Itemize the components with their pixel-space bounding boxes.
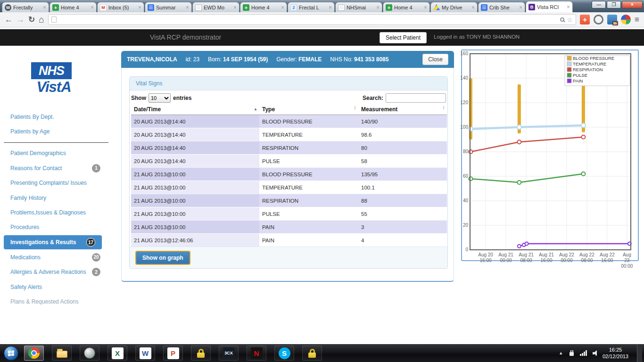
sidebar-item[interactable]: Family History xyxy=(0,190,120,205)
close-patient-button[interactable]: Close xyxy=(422,54,448,65)
home-button[interactable]: ⌂ xyxy=(39,15,44,24)
search-input[interactable] xyxy=(386,93,446,103)
back-button[interactable]: ← xyxy=(5,16,13,24)
table-row[interactable]: 20 AUG 2013@14:40BLOOD PRESSURE140/90 xyxy=(131,115,447,128)
page-size-select[interactable]: 10 xyxy=(149,93,171,103)
sidebar-item[interactable]: Patients By Dept. xyxy=(0,109,120,124)
browser-tab[interactable]: EWD Mo× xyxy=(192,2,239,12)
taskbar-app-padlock-icon[interactable] xyxy=(191,346,211,361)
show-on-graph-button[interactable]: Show on graph xyxy=(135,251,190,265)
tab-close-icon[interactable]: × xyxy=(567,5,570,9)
browser-tab[interactable]: Summar× xyxy=(145,2,192,12)
patient-name: TREVENA,NICOLA xyxy=(127,56,177,63)
vista-b-icon: B xyxy=(528,4,535,10)
table-cell: 21 AUG 2013@10:00 xyxy=(131,194,259,207)
hidden-icons-arrow-icon[interactable]: ▲ xyxy=(559,351,563,355)
close-window-button[interactable]: × xyxy=(622,1,643,8)
taskbar-app-chrome-icon[interactable] xyxy=(24,346,44,361)
taskbar-app-explorer-folder-icon[interactable] xyxy=(52,346,72,361)
taskbar-app-3cx-icon[interactable]: 3CX xyxy=(219,346,239,361)
tab-close-icon[interactable]: × xyxy=(329,5,332,10)
sidebar-item[interactable]: Problems,Issues & Diagnoses xyxy=(0,205,120,220)
tab-close-icon[interactable]: × xyxy=(138,5,141,10)
table-cell: 20 AUG 2013@14:40 xyxy=(131,141,259,155)
browser-tab[interactable]: 2Frectal L× xyxy=(288,2,335,12)
restore-button[interactable]: ❐ xyxy=(607,1,621,8)
browser-tab[interactable]: +Home 4× xyxy=(50,2,97,12)
table-row[interactable]: 21 AUG 2013@12:46:06PAIN4 xyxy=(131,234,447,247)
tab-label: Frectal L xyxy=(299,5,328,10)
minimize-button[interactable]: — xyxy=(592,1,606,8)
table-cell: 21 AUG 2013@10:00 xyxy=(131,207,259,221)
browser-tab[interactable]: WFrectally× xyxy=(2,2,49,12)
tab-close-icon[interactable]: × xyxy=(233,5,237,10)
browser-tab[interactable]: Crib She× xyxy=(478,2,525,12)
search-icon[interactable] xyxy=(560,17,564,22)
browser-tab[interactable]: +Home 4× xyxy=(383,2,430,12)
sidebar-item[interactable]: Medications20 xyxy=(0,250,120,264)
tab-close-icon[interactable]: × xyxy=(424,5,427,10)
column-header[interactable]: Date/Time▲ xyxy=(131,104,259,115)
volume-icon[interactable]: ) xyxy=(593,350,597,356)
y-tick-label: 0 xyxy=(465,247,468,252)
taskbar-app-netflix-icon[interactable]: N xyxy=(247,346,266,361)
browser-tab[interactable]: NHSmai× xyxy=(335,2,382,12)
column-header[interactable]: Measurement▲▼ xyxy=(358,104,447,115)
sidebar-item[interactable]: Investigations & Results17 xyxy=(4,235,102,249)
taskbar-app-skype-icon[interactable]: S xyxy=(274,346,294,361)
sidebar-item[interactable]: Presenting Complaints/ Issues xyxy=(0,176,120,190)
column-header[interactable]: Type▲▼ xyxy=(259,104,358,115)
extension-color-icon[interactable] xyxy=(621,15,631,25)
tab-close-icon[interactable]: × xyxy=(281,5,284,10)
tab-close-icon[interactable]: × xyxy=(91,5,94,10)
tab-close-icon[interactable]: × xyxy=(186,5,189,10)
table-row[interactable]: 20 AUG 2013@14:40TEMPERATURE98.6 xyxy=(131,128,447,141)
sidebar-item[interactable]: Safety Alerts xyxy=(0,280,120,294)
tab-close-icon[interactable]: × xyxy=(471,5,475,10)
table-row[interactable]: 21 AUG 2013@10:00TEMPERATURE100.1 xyxy=(131,181,447,194)
table-row[interactable]: 20 AUG 2013@14:40RESPIRATION80 xyxy=(131,141,447,155)
sidebar-item-label: Problems,Issues & Diagnoses xyxy=(10,209,86,216)
taskbar-app-padlock-icon[interactable] xyxy=(302,346,322,361)
extension-calendar-icon[interactable] xyxy=(607,15,617,25)
table-row[interactable]: 21 AUG 2013@10:00PULSE55 xyxy=(131,207,447,221)
powerpoint-icon: P xyxy=(167,347,179,359)
show-desktop-button[interactable] xyxy=(637,344,642,362)
power-plug-icon[interactable] xyxy=(569,350,574,356)
extension-plus-icon[interactable]: + xyxy=(580,15,590,25)
bookmark-star-icon[interactable]: ☆ xyxy=(567,16,573,23)
forward-button[interactable]: → xyxy=(17,16,25,24)
table-row[interactable]: 21 AUG 2013@10:00RESPIRATION88 xyxy=(131,194,447,207)
taskbar-app-excel-icon[interactable]: X xyxy=(107,346,127,361)
sidebar-item[interactable]: Reasons for Contact1 xyxy=(0,161,120,175)
address-bar[interactable]: ☆ xyxy=(48,14,576,25)
table-row[interactable]: 21 AUG 2013@10:00PAIN3 xyxy=(131,221,447,234)
table-row[interactable]: 20 AUG 2013@14:40PULSE58 xyxy=(131,155,447,168)
sidebar-item[interactable]: Plans & Requested Actions xyxy=(0,294,120,309)
sidebar-item[interactable]: Patients by Age xyxy=(0,124,120,139)
reload-button[interactable]: ↻ xyxy=(28,16,35,24)
taskbar-clock[interactable]: 16:25 02/12/2013 xyxy=(603,346,628,360)
tab-close-icon[interactable]: × xyxy=(43,5,46,10)
start-button[interactable] xyxy=(4,346,18,361)
network-signal-icon[interactable] xyxy=(580,350,587,356)
x-tick-label: Aug 22 xyxy=(600,252,615,257)
sidebar-item[interactable]: Patient Demographics xyxy=(0,146,120,161)
browser-tab[interactable]: BVista RCI× xyxy=(526,1,573,12)
table-row[interactable]: 21 AUG 2013@10:00BLOOD PRESSURE135/95 xyxy=(131,168,447,181)
tab-close-icon[interactable]: × xyxy=(376,5,380,10)
browser-tab[interactable]: My Drive× xyxy=(430,2,478,12)
sidebar-item[interactable]: Procedures xyxy=(0,220,120,235)
tab-close-icon[interactable]: × xyxy=(519,5,522,10)
taskbar-app-word-icon[interactable]: W xyxy=(135,346,155,361)
extension-circle-icon[interactable] xyxy=(594,15,603,25)
vista-logo-text: VistA xyxy=(30,79,77,96)
taskbar-app-powerpoint-icon[interactable]: P xyxy=(163,346,183,361)
select-patient-button[interactable]: Select Patient xyxy=(380,32,427,43)
browser-tab[interactable]: MInbox (5)× xyxy=(97,2,144,12)
browser-menu-icon[interactable]: ≡ xyxy=(635,15,639,25)
sidebar-item[interactable]: Allergies & Adverse Reactions2 xyxy=(0,265,120,280)
browser-tab[interactable]: +Home 4× xyxy=(240,2,287,12)
sidebar-item-label: Patients by Age xyxy=(10,128,50,135)
taskbar-app-silver-circle-icon[interactable] xyxy=(80,346,99,361)
